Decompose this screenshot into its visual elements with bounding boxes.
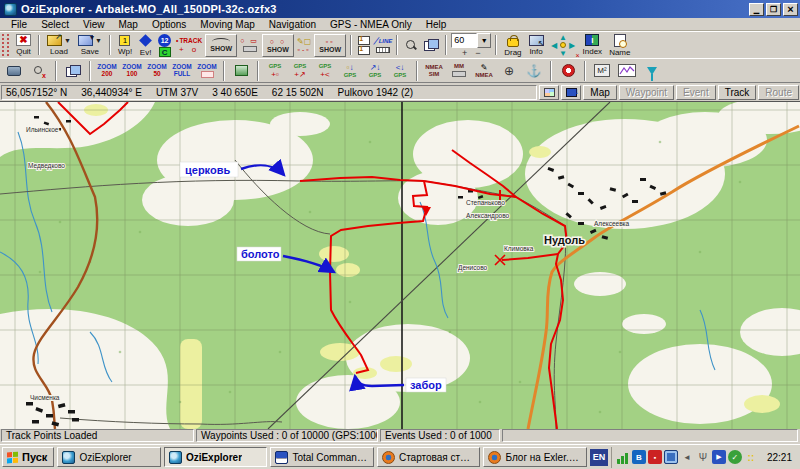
mob-button[interactable] xyxy=(556,60,580,81)
zoom-in-icon[interactable]: + xyxy=(462,49,467,57)
event-create-button[interactable]: Ev! xyxy=(136,33,155,58)
language-indicator[interactable]: EN xyxy=(590,449,608,466)
waypoint-display-control[interactable]: ○ ▭ xyxy=(238,33,261,58)
map-tab-button[interactable]: Map xyxy=(583,85,616,100)
gps-send-waypoints-button[interactable]: GPS +▫ xyxy=(263,60,287,81)
magnetic-variation-button[interactable]: M² xyxy=(590,60,614,81)
restore-icon[interactable] xyxy=(766,3,781,16)
status-track-points: Track Points Loaded xyxy=(1,429,194,442)
route-nodes-icon: ▫-▫ xyxy=(297,46,310,54)
moving-map-button[interactable]: MM xyxy=(447,60,471,81)
route-edit-control[interactable]: ✎▢ ▫-▫ xyxy=(295,33,313,58)
gps-get-waypoints-button[interactable]: ▫↓ GPS xyxy=(338,60,362,81)
close-icon[interactable] xyxy=(783,3,798,16)
gps-get-track-button[interactable]: ↗↓ GPS xyxy=(363,60,387,81)
info-button[interactable]: Info xyxy=(526,33,547,58)
task-oziexplorer-1[interactable]: OziExplorer xyxy=(57,447,161,467)
settings-icon[interactable] xyxy=(744,450,758,464)
ruler-icon[interactable] xyxy=(376,47,390,53)
gps-send-track-button[interactable]: GPS +↗ xyxy=(288,60,312,81)
track-control[interactable]: TRACK + o xyxy=(174,33,204,58)
coordinate-bar: 56,057152° N 36,440934° E UTM 37V 3 40 6… xyxy=(0,83,800,101)
task-firefox-exler-blog[interactable]: Блог на Exler.RU | А... xyxy=(483,447,587,467)
gps-device-button[interactable] xyxy=(2,60,26,81)
minimize-icon[interactable] xyxy=(749,3,764,16)
map-grid-icon xyxy=(544,88,555,97)
zoom-full-button[interactable]: ZOOM FULL xyxy=(170,60,194,81)
update-icon[interactable] xyxy=(728,450,742,464)
map-grid-button[interactable] xyxy=(539,85,559,100)
window-2-icon[interactable] xyxy=(358,46,370,55)
waypoint-create-button[interactable]: 1 Wp! xyxy=(115,33,135,58)
name-search-button[interactable]: Name xyxy=(606,33,633,58)
zoom-200-button[interactable]: ZOOM 200 xyxy=(95,60,119,81)
index-button[interactable]: I Index xyxy=(580,33,606,58)
gps-send-route-button[interactable]: GPS +< xyxy=(313,60,337,81)
signal-strength-icon[interactable] xyxy=(616,450,630,464)
find-position-button[interactable] xyxy=(27,60,51,81)
menu-moving-map[interactable]: Moving Map xyxy=(193,18,261,31)
display-icon[interactable] xyxy=(664,450,678,464)
anchor-button[interactable]: ⚓ xyxy=(522,60,546,81)
map-upload-icon xyxy=(235,65,248,76)
menu-file[interactable]: File xyxy=(4,18,34,31)
route-tab-button[interactable]: Route xyxy=(758,85,799,100)
task-firefox-start-page[interactable]: Стартовая страниц... xyxy=(377,447,481,467)
filter-button[interactable] xyxy=(640,60,664,81)
zoom-dropdown-icon[interactable]: ▼ xyxy=(477,33,491,48)
window-1-icon[interactable] xyxy=(358,36,370,45)
gps-get-route-button[interactable]: <↓ GPS xyxy=(388,60,412,81)
save-button[interactable]: ▼ Save xyxy=(75,33,105,58)
position-button[interactable]: ⊕ xyxy=(497,60,521,81)
waypoint-symbols-icon: ○ ▭ xyxy=(240,37,259,45)
point-comment-buttons[interactable]: 12 C xyxy=(156,33,173,58)
wireless-icon[interactable] xyxy=(696,450,710,464)
save-position-button[interactable] xyxy=(561,85,581,100)
event-tab-button[interactable]: Event xyxy=(676,85,716,100)
bluetooth-icon[interactable] xyxy=(632,450,646,464)
toolbar-drag-handle[interactable] xyxy=(2,34,9,56)
map-point-icon[interactable]: 12 xyxy=(158,34,171,47)
magnify-button[interactable] xyxy=(402,33,420,58)
volume-icon[interactable] xyxy=(680,450,694,464)
map-view-button[interactable] xyxy=(421,33,441,58)
app-icon[interactable] xyxy=(4,3,17,16)
zoom-level-input[interactable]: 60 xyxy=(451,33,477,48)
task-total-commander[interactable]: Total Commander 7.... xyxy=(270,447,374,467)
track-points-icon: + o xyxy=(179,45,199,54)
line-tool-icon[interactable]: LINE xyxy=(374,37,392,44)
zoom-50-button[interactable]: ZOOM 50 xyxy=(145,60,169,81)
zoom-100-button[interactable]: ZOOM 100 xyxy=(120,60,144,81)
menu-map[interactable]: Map xyxy=(111,18,144,31)
nmea-log-button[interactable]: ✎ NMEA xyxy=(472,60,496,81)
comment-icon[interactable]: C xyxy=(159,47,171,57)
menu-gps-nmea[interactable]: GPS - NMEA Only xyxy=(323,18,419,31)
map-upload-button[interactable] xyxy=(229,60,253,81)
show-route-button[interactable]: ▫▫ SHOW xyxy=(314,34,346,57)
nmea-simulate-button[interactable]: NMEA SIM xyxy=(422,60,446,81)
track-tab-button[interactable]: Track xyxy=(718,85,757,100)
task-oziexplorer-2-active[interactable]: OziExplorer xyxy=(164,447,268,467)
quit-button[interactable]: ✖ Quit xyxy=(13,33,34,58)
show-waypoints-button[interactable]: ○ ○ SHOW xyxy=(262,34,294,57)
zoom-out-icon[interactable]: − xyxy=(475,49,480,57)
load-button[interactable]: ▼ Load xyxy=(44,33,74,58)
menu-view[interactable]: View xyxy=(76,18,112,31)
drag-map-button[interactable]: Drag xyxy=(501,33,524,58)
image-copy-button[interactable] xyxy=(61,60,85,81)
pan-control[interactable]: ▲ ◀▶ ▼× xyxy=(548,33,579,58)
menu-help[interactable]: Help xyxy=(419,18,454,31)
zoom-window-button[interactable]: ZOOM xyxy=(195,60,219,81)
profile-button[interactable] xyxy=(615,60,639,81)
show-track-button[interactable]: SHOW xyxy=(205,34,237,57)
map-canvas[interactable]: Ильинское Медведково Степаньково Алексан… xyxy=(0,101,800,428)
start-button[interactable]: Пуск xyxy=(2,447,54,467)
menu-select[interactable]: Select xyxy=(34,18,76,31)
name-search-icon xyxy=(614,34,626,47)
waypoint-tab-button[interactable]: Waypoint xyxy=(619,85,674,100)
pan-arrows-icon[interactable]: ▲ ◀▶ ▼× xyxy=(550,33,577,57)
media-player-icon[interactable] xyxy=(712,450,726,464)
menu-navigation[interactable]: Navigation xyxy=(262,18,323,31)
antivirus-icon[interactable] xyxy=(648,450,662,464)
menu-options[interactable]: Options xyxy=(145,18,193,31)
